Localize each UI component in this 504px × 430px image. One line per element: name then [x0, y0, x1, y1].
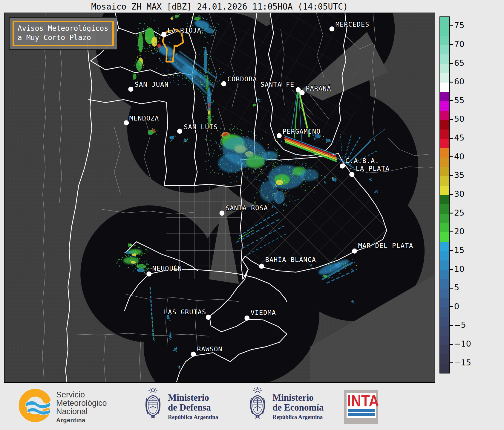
city-label: RAWSON — [197, 345, 222, 353]
colorbar-tick — [450, 63, 453, 64]
colorbar-segment — [440, 186, 449, 195]
radar-mosaic-screen: Mosaico ZH MAX [dBZ] 24.01.2026 11:05HOA… — [0, 0, 504, 430]
colorbar-segment — [440, 101, 449, 111]
colorbar-segment — [440, 232, 449, 242]
city-label: MENDOZA — [129, 115, 159, 122]
city-label: C.A.B.A. — [345, 157, 379, 164]
colorbar-tick-label: 45 — [454, 133, 490, 143]
ministerio-defensa-logo: Ministerio de Defensa República Argentin… — [143, 386, 218, 422]
smn-country: Argentina — [56, 417, 107, 424]
defensa-line1: Ministerio — [168, 393, 218, 403]
warning-legend-line2: a Muy Corto Plazo — [18, 33, 108, 42]
colorbar-segment — [440, 195, 449, 204]
city-dot — [177, 129, 182, 134]
city-label: SAN LUIS — [184, 123, 218, 131]
city-dot — [191, 352, 196, 357]
city-dot — [277, 133, 282, 138]
colorbar-tick-label: 40 — [454, 152, 490, 162]
colorbar-tick-label: 70 — [454, 39, 490, 50]
defensa-line2: de Defensa — [168, 403, 218, 413]
city-dot — [221, 81, 226, 86]
coat-of-arms-icon — [247, 386, 268, 422]
colorbar-segment — [440, 54, 449, 64]
colorbar-segment — [440, 111, 449, 120]
colorbar-tick-label: 55 — [454, 96, 490, 106]
colorbar-segment — [440, 92, 449, 101]
colorbar-segment — [440, 204, 449, 214]
city-dot — [124, 120, 129, 125]
colorbar-segment — [440, 176, 449, 185]
city-label: BAHÍA BLANCA — [265, 256, 316, 263]
colorbar-tick — [450, 325, 453, 326]
colorbar-tick — [450, 213, 453, 214]
city-dot — [352, 248, 357, 254]
colorbar-tick-label: 20 — [454, 227, 490, 237]
colorbar-segment — [440, 307, 449, 317]
radar-map: MERCEDESLA RIOJASAN JUANCÓRDOBASANTA FEP… — [4, 13, 435, 383]
economia-line3: República Argentina — [272, 414, 324, 420]
city-dot — [206, 315, 211, 320]
colorbar-tick — [450, 44, 453, 45]
footer-logos: Servicio Meteorológico Nacional Argentin… — [0, 383, 504, 430]
colorbar-segment — [440, 73, 449, 83]
radar-map-canvas: MERCEDESLA RIOJASAN JUANCÓRDOBASANTA FEP… — [4, 13, 435, 382]
colorbar-segment — [440, 345, 449, 354]
colorbar-segment — [440, 83, 449, 92]
colorbar-segment — [440, 129, 449, 139]
colorbar-tick — [450, 194, 453, 195]
colorbar-tick-label: 30 — [454, 189, 490, 199]
city-dot — [329, 26, 334, 31]
colorbar-tick — [450, 269, 453, 270]
colorbar-segment — [440, 279, 449, 289]
smn-icon — [19, 388, 52, 423]
city-label: PERGAMINO — [282, 128, 321, 135]
colorbar-tick-label: 0 — [454, 302, 490, 312]
city-dot — [300, 90, 305, 95]
colorbar-tick — [450, 25, 453, 26]
colorbar-tick — [450, 344, 453, 345]
colorbar-tick — [450, 231, 453, 232]
smn-name-line1: Servicio — [56, 391, 107, 399]
colorbar-segment — [440, 364, 449, 373]
inta-logo: INTA — [344, 390, 378, 424]
city-label: NEUQUÉN — [152, 265, 182, 272]
colorbar-segment — [440, 214, 449, 223]
economia-line2: de Economía — [272, 403, 324, 413]
colorbar-tick-label: 15 — [454, 246, 490, 256]
colorbar-segment — [440, 158, 449, 167]
colorbar-segment — [440, 148, 449, 157]
colorbar-segment — [440, 298, 449, 307]
city-dot — [146, 272, 151, 277]
city-dot — [161, 32, 166, 37]
city-label: LAS GRUTAS — [164, 308, 206, 316]
colorbar-segment — [440, 317, 449, 326]
colorbar-tick — [450, 362, 453, 363]
colorbar-segment — [440, 270, 449, 279]
city-label: SANTA ROSA — [226, 204, 268, 212]
smn-name-line2: Meteorológico — [56, 399, 107, 407]
coat-of-arms-icon — [143, 386, 163, 422]
city-dot — [244, 315, 249, 321]
warning-legend-box: Avisos Meteorológicos a Muy Corto Plazo — [10, 18, 117, 49]
city-label: SAN JUAN — [135, 81, 169, 88]
colorbar-tick-label: 25 — [454, 208, 490, 218]
colorbar-segment — [440, 242, 449, 251]
colorbar-segment — [440, 64, 449, 73]
city-label: LA PLATA — [356, 165, 390, 172]
colorbar-segment — [440, 120, 449, 129]
colorbar-tick — [450, 138, 453, 139]
colorbar-tick-label: 10 — [454, 264, 490, 275]
city-dot — [259, 264, 264, 269]
city-label: MERCEDES — [336, 21, 370, 28]
smn-name-line3: Nacional — [56, 407, 107, 416]
inta-wordmark: INTA — [347, 393, 376, 409]
warning-legend-line1: Avisos Meteorológicos — [18, 24, 108, 33]
colorbar-tick — [450, 82, 453, 83]
colorbar-segment — [440, 326, 449, 335]
city-label: VIEDMA — [251, 309, 276, 316]
colorbar-segment — [440, 36, 449, 45]
colorbar-segment — [440, 260, 449, 270]
dbz-colorbar — [439, 16, 450, 373]
colorbar-tick-label: 50 — [454, 114, 490, 124]
colorbar-tick-label: −5 — [454, 320, 490, 330]
